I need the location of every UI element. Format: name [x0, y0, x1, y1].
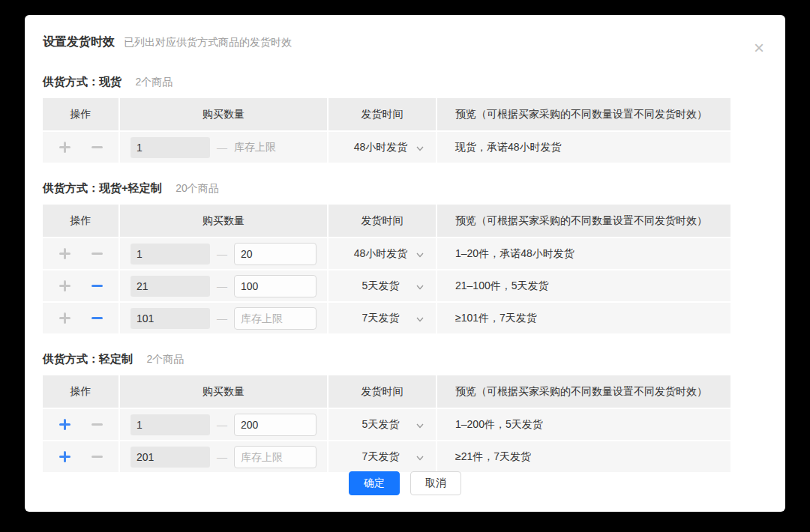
add-row-button plus-icon[interactable]	[59, 280, 70, 291]
modal-header: 设置发货时效 已列出对应供货方式商品的发货时效	[43, 34, 767, 50]
min-quantity-input	[130, 137, 210, 158]
preview-text: 1–200件，5天发货	[455, 418, 543, 432]
table-body: — 48小时发货 1–20件，承诺48小时发货 —	[43, 237, 730, 333]
max-quantity-input[interactable]	[234, 414, 316, 436]
preview-cell: 现货，承诺48小时发货	[437, 130, 730, 163]
ship-time-select[interactable]: 5天发货	[328, 270, 436, 301]
ship-time-value: 7天发货	[362, 450, 400, 464]
ship-time-select[interactable]: 5天发货	[328, 409, 436, 440]
chevron-down-icon	[416, 250, 424, 259]
remove-row-button minus-icon[interactable]	[92, 451, 103, 462]
add-row-button plus-icon[interactable]	[59, 312, 70, 324]
table-header-row: 操作 购买数量 发货时间 预览（可根据买家采购的不同数量设置不同发货时效）	[43, 98, 730, 130]
chevron-down-icon	[416, 282, 424, 291]
preview-cell: ≥101件，7天发货	[437, 301, 730, 333]
supply-method-label: 供货方式：轻定制	[43, 352, 133, 365]
range-dash: —	[217, 419, 227, 431]
ship-time-value: 48小时发货	[354, 247, 408, 261]
add-row-button plus-icon[interactable]	[59, 451, 70, 462]
supply-section: 供货方式：现货 2个商品 操作 购买数量 发货时间 预览（可根据买家采购的不同数…	[43, 75, 767, 163]
operation-cell	[43, 440, 120, 472]
preview-text: 1–20件，承诺48小时发货	[455, 247, 574, 261]
col-header-quantity: 购买数量	[120, 205, 328, 237]
ship-time-value: 5天发货	[362, 279, 400, 293]
ship-time-cell: 5天发货	[328, 408, 437, 440]
col-header-preview: 预览（可根据买家采购的不同数量设置不同发货时效）	[437, 205, 730, 237]
section-head: 供货方式：轻定制 2个商品	[43, 352, 767, 366]
col-header-operation: 操作	[43, 98, 120, 130]
modal-footer: 确定 取消	[25, 471, 785, 495]
col-header-preview: 预览（可根据买家采购的不同数量设置不同发货时效）	[437, 98, 730, 130]
ship-time-select[interactable]: 7天发货	[328, 441, 436, 472]
product-count: 2个商品	[146, 353, 184, 365]
ship-time-value: 7天发货	[362, 312, 400, 325]
remove-row-button minus-icon[interactable]	[92, 312, 103, 324]
preview-text: ≥21件，7天发货	[455, 450, 531, 464]
table-row: — 48小时发货 1–20件，承诺48小时发货	[43, 237, 730, 269]
quantity-cell: — 库存上限	[120, 130, 328, 163]
quantity-cell: —	[120, 301, 328, 333]
stock-limit-text: 库存上限	[234, 141, 276, 154]
preview-cell: ≥21件，7天发货	[437, 440, 730, 472]
table-row: — 库存上限 48小时发货 现货，承诺48小时发货	[43, 130, 730, 163]
col-header-ship-time: 发货时间	[328, 375, 437, 408]
operation-cell	[43, 130, 120, 163]
max-quantity-input[interactable]	[234, 243, 316, 265]
ship-time-cell: 7天发货	[328, 440, 437, 472]
remove-row-button minus-icon[interactable]	[92, 248, 103, 259]
table-row: — 7天发货 ≥21件，7天发货	[43, 440, 730, 472]
remove-row-button minus-icon[interactable]	[92, 280, 103, 291]
quantity-cell: —	[120, 408, 328, 440]
col-header-operation: 操作	[43, 375, 120, 408]
shipping-rules-table: 操作 购买数量 发货时间 预览（可根据买家采购的不同数量设置不同发货时效） — …	[43, 375, 730, 472]
col-header-quantity: 购买数量	[120, 98, 328, 130]
range-dash: —	[217, 280, 227, 292]
remove-row-button minus-icon[interactable]	[92, 142, 103, 153]
max-quantity-input[interactable]	[234, 307, 316, 330]
table-header-row: 操作 购买数量 发货时间 预览（可根据买家采购的不同数量设置不同发货时效）	[43, 205, 730, 237]
ship-time-value: 48小时发货	[354, 141, 408, 154]
operation-cell	[43, 301, 120, 333]
modal-title: 设置发货时效	[43, 34, 115, 50]
preview-cell: 21–100件，5天发货	[437, 269, 730, 301]
add-row-button plus-icon[interactable]	[59, 419, 70, 430]
chevron-down-icon	[416, 453, 424, 462]
ship-time-select[interactable]: 48小时发货	[328, 132, 436, 163]
ship-time-select[interactable]: 7天发货	[328, 303, 436, 333]
supply-method-label: 供货方式：现货	[43, 75, 122, 88]
max-quantity-input[interactable]	[234, 275, 316, 297]
preview-text: 现货，承诺48小时发货	[455, 141, 562, 154]
add-row-button plus-icon[interactable]	[59, 142, 70, 153]
section-head: 供货方式：现货+轻定制 20个商品	[43, 181, 767, 196]
col-header-ship-time: 发货时间	[328, 98, 437, 130]
table-row: — 5天发货 21–100件，5天发货	[43, 269, 730, 301]
max-quantity-input[interactable]	[234, 446, 316, 468]
remove-row-button minus-icon[interactable]	[92, 419, 103, 430]
preview-cell: 1–200件，5天发货	[437, 408, 730, 440]
set-shipping-time-modal: 设置发货时效 已列出对应供货方式商品的发货时效 × 供货方式：现货 2个商品 操…	[25, 15, 785, 512]
ship-time-select[interactable]: 48小时发货	[328, 238, 436, 269]
table-body: — 5天发货 1–200件，5天发货 —	[43, 408, 730, 472]
ship-time-cell: 5天发货	[328, 269, 437, 301]
operation-cell	[43, 237, 120, 269]
chevron-down-icon	[416, 314, 424, 323]
range-dash: —	[217, 451, 227, 463]
chevron-down-icon	[416, 420, 424, 429]
range-dash: —	[217, 312, 227, 324]
confirm-button[interactable]: 确定	[349, 471, 400, 495]
table-row: — 5天发货 1–200件，5天发货	[43, 408, 730, 440]
min-quantity-input	[130, 308, 210, 329]
range-dash: —	[217, 142, 227, 154]
cancel-button[interactable]: 取消	[410, 471, 461, 495]
preview-cell: 1–20件，承诺48小时发货	[437, 237, 730, 269]
close-icon[interactable]: ×	[754, 39, 764, 57]
section-head: 供货方式：现货 2个商品	[43, 75, 767, 89]
table-body: — 库存上限 48小时发货 现货，承诺48小时发货	[43, 130, 730, 163]
min-quantity-input	[130, 414, 210, 435]
ship-time-cell: 48小时发货	[328, 237, 437, 269]
ship-time-cell: 48小时发货	[328, 130, 437, 163]
col-header-operation: 操作	[43, 205, 120, 237]
add-row-button plus-icon[interactable]	[59, 248, 70, 259]
preview-text: ≥101件，7天发货	[455, 312, 537, 325]
min-quantity-input	[130, 276, 210, 297]
